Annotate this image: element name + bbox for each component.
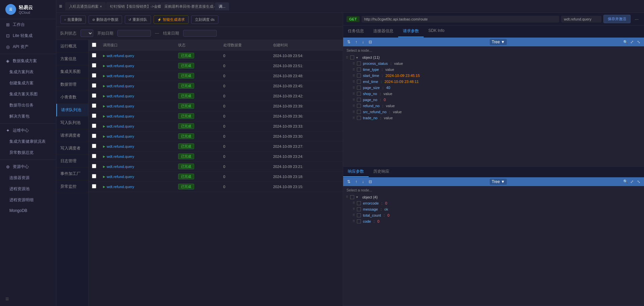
req-field-cb-7[interactable] [357, 104, 361, 108]
sidebar-item-create-solution[interactable]: 创建集成方案 [0, 78, 56, 89]
side-menu-anomaly-monitor[interactable]: 异常监控 [56, 180, 88, 193]
req-field-cb-4[interactable] [357, 86, 361, 90]
row-checkbox-1[interactable] [92, 63, 96, 68]
re-queue-btn[interactable]: ↺ 重新排队 [125, 15, 151, 24]
drag-handle[interactable]: ⠿ [353, 68, 355, 72]
tab-request-params[interactable]: 请求参数 [398, 26, 424, 37]
side-menu-write-queue[interactable]: 写入队列池 [56, 117, 88, 129]
req-field-cb-2[interactable] [357, 74, 361, 78]
side-menu-write-scheduler[interactable]: 写入调度者 [56, 142, 88, 155]
side-menu-xq[interactable]: 小青查数 [56, 91, 88, 104]
side-menu-plan-info[interactable]: 方案信息 [56, 53, 88, 65]
req-field-cb-0[interactable] [357, 61, 361, 65]
resp-up-icon[interactable]: ↑ [354, 179, 359, 185]
req-field-cb-6[interactable] [357, 98, 361, 102]
row-checkbox-3[interactable] [92, 83, 96, 88]
row-checkbox-11[interactable] [92, 164, 96, 168]
sidebar-item-process-pool[interactable]: 进程资源池 [0, 183, 56, 194]
side-menu-request-queue[interactable]: 请求队列池 [56, 104, 88, 117]
expand-icon[interactable]: ▾ [356, 56, 360, 59]
resp-tree-row-cb[interactable] [350, 195, 354, 199]
start-date-input[interactable] [117, 30, 151, 37]
drag-handle[interactable]: ⠿ [353, 110, 355, 114]
tree-expand-all-btn[interactable]: ⤢ [629, 39, 635, 45]
side-menu-relation[interactable]: 集成关系图 [56, 65, 88, 78]
tab-connector-info[interactable]: 连接器信息 [369, 26, 398, 37]
resp-drag-handle-3[interactable]: ⠿ [353, 219, 355, 223]
drag-handle[interactable]: ⠿ [353, 98, 355, 102]
resp-field-cb-3[interactable] [357, 219, 361, 223]
tab-sdk-info[interactable]: SDK Info [424, 26, 449, 37]
row-checkbox-0[interactable] [92, 53, 96, 57]
resp-drag-handle-1[interactable]: ⠿ [353, 207, 355, 211]
row-checkbox-10[interactable] [92, 154, 96, 158]
sidebar-section-ops[interactable]: ✦ 运维中心 [0, 125, 56, 136]
row-checkbox-9[interactable] [92, 144, 96, 148]
sidebar-item-mongodb[interactable]: MongoDB [0, 206, 56, 216]
drag-handle[interactable]: ⠿ [353, 74, 355, 78]
sidebar-bottom-menu[interactable]: ≡ [0, 292, 56, 306]
sidebar-item-workbench[interactable]: ⊞ 工作台 [0, 19, 56, 30]
resp-field-cb-0[interactable] [357, 201, 361, 205]
row-checkbox-6[interactable] [92, 114, 96, 118]
response-tab-params[interactable]: 响应参数 [343, 167, 369, 177]
resp-field-cb-1[interactable] [357, 207, 361, 211]
side-menu-data-mgmt[interactable]: 数据管理 [56, 78, 88, 91]
select-all-checkbox[interactable] [92, 43, 96, 47]
side-menu-log[interactable]: 日志管理 [56, 155, 88, 168]
req-field-cb-3[interactable] [357, 80, 361, 84]
resp-expand-all-btn[interactable]: ⤢ [629, 179, 635, 185]
row-checkbox-7[interactable] [92, 124, 96, 128]
tree-filter-icon[interactable]: ⊟ [367, 39, 373, 45]
resp-drag-handle-2[interactable]: ⠿ [353, 213, 355, 217]
tree-sort-updown-icon[interactable]: ⇅ [346, 39, 352, 45]
drag-handle[interactable]: ⠿ [346, 56, 348, 59]
side-menu-overview[interactable]: 运行概况 [56, 40, 88, 53]
resp-filter-icon[interactable]: ⊟ [367, 179, 373, 185]
resp-field-cb-2[interactable] [357, 213, 361, 217]
side-menu-request-scheduler[interactable]: 请求调度者 [56, 129, 88, 142]
drag-handle[interactable]: ⠿ [353, 104, 355, 108]
req-field-cb-8[interactable] [357, 110, 361, 114]
resp-drag-handle[interactable]: ⠿ [346, 195, 348, 199]
sidebar-item-process-detail[interactable]: 进程资源明细 [0, 194, 56, 206]
tree-collapse-all-btn[interactable]: ⤡ [636, 39, 641, 45]
resp-tree-mode-btn[interactable]: Tree ▼ [490, 179, 507, 185]
row-checkbox-5[interactable] [92, 103, 96, 108]
schedule-btn[interactable]: 立刻调度 ds [191, 15, 218, 24]
sidebar-item-anomaly[interactable]: 异常数据总览 [0, 147, 56, 158]
resp-expand-icon[interactable]: ▾ [356, 195, 360, 199]
sidebar-item-connector-resource[interactable]: 连接器资源 [0, 172, 56, 183]
tree-row-cb[interactable] [350, 55, 354, 59]
response-tab-history[interactable]: 历史响应 [369, 167, 394, 177]
end-date-input[interactable] [183, 30, 217, 37]
tab-3[interactable]: 调... [215, 2, 229, 10]
tab-0[interactable]: 入旺店通货品档案 × [65, 2, 105, 10]
req-field-cb-5[interactable] [357, 92, 361, 96]
tab-2[interactable]: 采购退料单回传-赛意直接生成-N× [161, 2, 214, 10]
side-menu-event[interactable]: 事件加工厂 [56, 168, 88, 180]
resp-sort-updown-icon[interactable]: ⇅ [346, 179, 352, 185]
queue-status-select[interactable] [80, 30, 93, 37]
tree-mode-btn[interactable]: Tree ▼ [490, 39, 507, 45]
resp-collapse-all-btn[interactable]: ⤡ [636, 179, 641, 185]
drag-handle[interactable]: ⠿ [353, 92, 355, 96]
resp-drag-handle-0[interactable]: ⠿ [353, 201, 355, 205]
row-checkbox-12[interactable] [92, 174, 96, 178]
sidebar-item-lite[interactable]: ⊡ Lite 轻集成 [0, 30, 56, 41]
sidebar-item-health[interactable]: 集成方案健康状况表 [0, 136, 56, 147]
tab-1[interactable]: 钉钉报销【项目报销类】->金蝶付款单【班西】× [106, 2, 160, 10]
drag-handle[interactable]: ⠿ [353, 80, 355, 84]
menu-icon[interactable]: ≡ [59, 3, 62, 9]
drag-handle[interactable]: ⠿ [353, 86, 355, 90]
sidebar-item-export[interactable]: 数据导出任务 [0, 100, 56, 111]
drag-handle[interactable]: ⠿ [353, 116, 355, 120]
ai-generate-btn[interactable]: ⚡ 智能生成请求 [154, 15, 189, 24]
sidebar-item-relation-graph[interactable]: 集成方案关系图 [0, 89, 56, 100]
tree-up-icon[interactable]: ↑ [354, 39, 359, 45]
drag-handle[interactable]: ⠿ [353, 62, 355, 65]
sidebar-item-solution-pkg[interactable]: 解决方案包 [0, 111, 56, 122]
sidebar-section-data[interactable]: ◈ 数据集成方案 [0, 55, 56, 67]
row-checkbox-2[interactable] [92, 73, 96, 78]
row-checkbox-13[interactable] [92, 184, 96, 188]
